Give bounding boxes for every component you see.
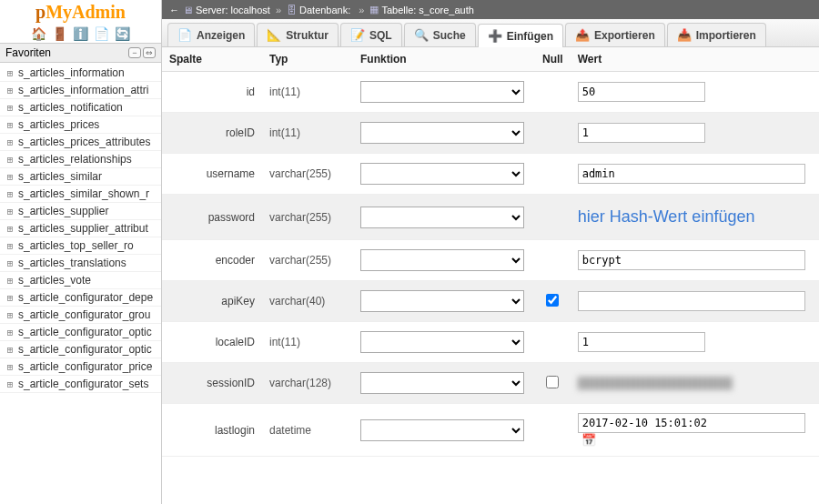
tree-item[interactable]: ⊞s_articles_vote <box>0 272 161 289</box>
function-select[interactable] <box>360 163 524 185</box>
info-icon[interactable]: ℹ️ <box>73 26 88 41</box>
function-cell <box>353 404 535 457</box>
tab-suche[interactable]: 🔍Suche <box>404 23 476 46</box>
tree-item[interactable]: ⊞s_articles_supplier <box>0 203 161 220</box>
link-icon[interactable]: ⇔ <box>143 47 156 58</box>
breadcrumb-database[interactable]: 🗄 Datenbank: <box>287 5 353 15</box>
tree-item[interactable]: ⊞s_article_configurator_grou <box>0 307 161 324</box>
tree-expand-icon[interactable]: ⊞ <box>2 309 18 321</box>
tree-expand-icon[interactable]: ⊞ <box>2 171 18 183</box>
tree-item[interactable]: ⊞s_article_configurator_depe <box>0 289 161 307</box>
tree-item[interactable]: ⊞s_article_configurator_optic <box>0 341 161 358</box>
null-cell <box>535 72 571 113</box>
function-select[interactable] <box>360 122 524 144</box>
breadcrumb: ← 🖥 Server: localhost » 🗄 Datenbank: » ▦… <box>162 0 819 19</box>
function-select[interactable] <box>360 249 524 271</box>
value-input[interactable] <box>578 82 705 102</box>
tree-expand-icon[interactable]: ⊞ <box>2 102 18 114</box>
function-select[interactable] <box>360 372 524 394</box>
tab-label: Suche <box>433 29 466 42</box>
function-select[interactable] <box>360 81 524 103</box>
tree-item[interactable]: ⊞s_article_configurator_price <box>0 358 161 376</box>
tree-item-label: s_article_configurator_depe <box>18 291 153 304</box>
home-icon[interactable]: 🏠 <box>31 26 46 41</box>
tree-expand-icon[interactable]: ⊞ <box>2 257 18 269</box>
sql-tab-icon: 📝 <box>350 28 365 42</box>
column-name: apiKey <box>162 281 262 322</box>
null-checkbox[interactable] <box>546 376 559 388</box>
function-select[interactable] <box>360 331 524 353</box>
tree-expand-icon[interactable]: ⊞ <box>2 188 18 200</box>
tree-expand-icon[interactable]: ⊞ <box>2 292 18 304</box>
sidebar-quick-icons: 🏠 🚪 ℹ️ 📄 🔄 <box>31 26 130 41</box>
tree-expand-icon[interactable]: ⊞ <box>2 119 18 131</box>
tree-expand-icon[interactable]: ⊞ <box>2 206 18 217</box>
function-cell <box>353 154 535 195</box>
tab-label: Einfügen <box>507 30 553 43</box>
value-obscured: ████████████████████ <box>578 377 812 389</box>
tree-item[interactable]: ⊞s_articles_top_seller_ro <box>0 237 161 255</box>
tab-importieren[interactable]: 📥Importieren <box>667 23 766 46</box>
value-input[interactable] <box>578 413 805 433</box>
tree-item[interactable]: ⊞s_articles_relationships <box>0 151 161 168</box>
tree-expand-icon[interactable]: ⊞ <box>2 327 18 338</box>
tab-einfügen[interactable]: ➕Einfügen <box>478 24 563 47</box>
value-input[interactable] <box>578 123 705 143</box>
tab-struktur[interactable]: 📐Struktur <box>257 23 339 46</box>
tree-item[interactable]: ⊞s_articles_similar_shown_r <box>0 186 161 203</box>
tree-item[interactable]: ⊞s_article_configurator_optic <box>0 324 161 341</box>
tree-expand-icon[interactable]: ⊞ <box>2 223 18 235</box>
tree-expand-icon[interactable]: ⊞ <box>2 154 18 166</box>
breadcrumb-back-icon[interactable]: ← <box>169 5 179 15</box>
form-row-sessionID: sessionIDvarchar(128)███████████████████… <box>162 363 819 404</box>
tree-expand-icon[interactable]: ⊞ <box>2 275 18 287</box>
function-select[interactable] <box>360 290 524 312</box>
tree-expand-icon[interactable]: ⊞ <box>2 344 18 356</box>
collapse-icon[interactable]: − <box>128 47 141 58</box>
function-cell <box>353 195 535 240</box>
tree-item-label: s_articles_similar_shown_r <box>18 187 149 200</box>
tree-expand-icon[interactable]: ⊞ <box>2 240 18 252</box>
breadcrumb-server[interactable]: 🖥 Server: localhost <box>183 5 270 15</box>
logout-icon[interactable]: 🚪 <box>52 26 67 41</box>
breadcrumb-table[interactable]: ▦ Tabelle: s_core_auth <box>369 4 473 15</box>
tree-item[interactable]: ⊞s_articles_prices <box>0 116 161 134</box>
tree-expand-icon[interactable]: ⊞ <box>2 67 18 79</box>
tree-item-label: s_articles_supplier <box>18 205 108 217</box>
tree-item[interactable]: ⊞s_articles_information_attri <box>0 82 161 99</box>
tree-expand-icon[interactable]: ⊞ <box>2 378 18 390</box>
tree-item[interactable]: ⊞s_articles_translations <box>0 255 161 272</box>
reload-icon[interactable]: 🔄 <box>115 26 130 41</box>
server-icon: 🖥 <box>183 5 193 15</box>
tree-toggle-icons: − ⇔ <box>128 47 156 58</box>
calendar-icon[interactable]: 📅 <box>581 433 596 447</box>
tree-item-label: s_articles_information <box>18 66 125 79</box>
tree-item[interactable]: ⊞s_articles_prices_attributes <box>0 134 161 151</box>
tree-item-label: s_articles_relationships <box>18 153 132 166</box>
content-area: Spalte Typ Funktion Null Wert idint(11)r… <box>162 47 819 504</box>
value-input[interactable] <box>578 250 805 270</box>
value-cell <box>571 113 819 154</box>
tree-item[interactable]: ⊞s_articles_information <box>0 65 161 82</box>
tab-anzeigen[interactable]: 📄Anzeigen <box>167 23 255 46</box>
tree-item[interactable]: ⊞s_articles_similar <box>0 168 161 186</box>
tree-expand-icon[interactable]: ⊞ <box>2 136 18 148</box>
value-input[interactable] <box>578 332 705 352</box>
tree-item[interactable]: ⊞s_article_configurator_sets <box>0 376 161 393</box>
breadcrumb-table-value: s_core_auth <box>419 5 474 15</box>
tree-item[interactable]: ⊞s_articles_notification <box>0 99 161 116</box>
tab-exportieren[interactable]: 📤Exportieren <box>565 23 665 46</box>
function-cell <box>353 281 535 322</box>
docs-icon[interactable]: 📄 <box>94 26 109 41</box>
null-checkbox[interactable] <box>546 294 559 307</box>
tree-item[interactable]: ⊞s_articles_supplier_attribut <box>0 220 161 237</box>
value-input[interactable] <box>578 291 805 311</box>
importieren-tab-icon: 📥 <box>677 28 692 42</box>
tab-sql[interactable]: 📝SQL <box>340 23 402 46</box>
form-row-password: passwordvarchar(255)hier Hash-Wert einfü… <box>162 195 819 240</box>
function-select[interactable] <box>360 207 524 228</box>
tree-expand-icon[interactable]: ⊞ <box>2 361 18 373</box>
function-select[interactable] <box>360 419 524 441</box>
value-input[interactable] <box>578 164 805 184</box>
tree-expand-icon[interactable]: ⊞ <box>2 85 18 96</box>
